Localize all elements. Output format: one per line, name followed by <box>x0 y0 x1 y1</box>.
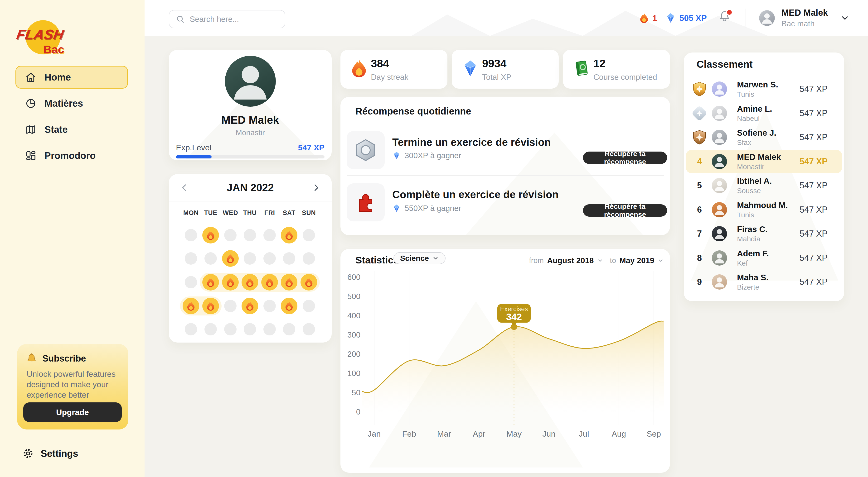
player-city: Tunis <box>737 211 800 219</box>
calendar-streak-day[interactable] <box>281 227 298 243</box>
streak-indicator[interactable]: 1 <box>639 0 657 36</box>
rank-number: 9 <box>688 277 710 287</box>
leaderboard-row[interactable]: Sofiene J.Sfax 547 XP <box>688 126 839 149</box>
leaderboard-row[interactable]: 6 Mahmoud M.Tunis 547 XP <box>688 198 839 221</box>
player-xp: 547 XP <box>800 205 828 215</box>
calendar-streak-day[interactable] <box>261 274 278 291</box>
svg-text:500: 500 <box>347 292 361 301</box>
sidebar-item-matieres[interactable]: Matières <box>16 92 128 115</box>
calendar-empty-day[interactable] <box>205 323 217 335</box>
fire-icon <box>284 277 294 287</box>
calendar-empty-day[interactable] <box>224 229 237 241</box>
avatar <box>712 106 727 121</box>
player-name: Amine L. <box>737 104 800 113</box>
grid-icon <box>25 150 36 161</box>
leaderboard-row[interactable]: Amine L.Nabeul 547 XP <box>688 102 839 125</box>
calendar-streak-day[interactable] <box>281 274 298 291</box>
svg-text:Jun: Jun <box>542 429 556 438</box>
calendar-empty-day[interactable] <box>303 323 315 335</box>
calendar-streak-day[interactable] <box>183 298 199 314</box>
player-xp: 547 XP <box>800 277 828 287</box>
calendar-empty-day[interactable] <box>303 252 315 265</box>
fire-icon <box>350 59 368 77</box>
streak-count: 1 <box>652 13 657 23</box>
sidebar-item-state[interactable]: State <box>16 118 128 141</box>
avatar <box>712 154 727 169</box>
calendar-empty-day[interactable] <box>264 252 276 265</box>
calendar-empty-day[interactable] <box>185 276 197 288</box>
sidebar-item-promodoro[interactable]: Promodoro <box>16 144 128 167</box>
calendar-empty-day[interactable] <box>244 252 256 265</box>
sidebar-item-settings[interactable]: Settings <box>23 448 78 459</box>
gem-icon <box>665 12 676 24</box>
svg-text:Apr: Apr <box>473 429 486 438</box>
calendar-empty-day[interactable] <box>244 323 256 335</box>
svg-text:300: 300 <box>347 331 361 339</box>
calendar-streak-day[interactable] <box>202 298 219 314</box>
calendar-streak-day[interactable] <box>281 298 298 314</box>
leaderboard-row[interactable]: 7 Firas C.Mahdia 547 XP <box>688 223 839 245</box>
pie-chart-icon <box>25 98 36 109</box>
leaderboard-card: Classement Marwen S.Tunis 547 XP Amine L… <box>684 53 844 301</box>
topbar-divider <box>746 8 746 28</box>
reward-xp-line: 300XP à gagner <box>392 151 461 160</box>
search-input[interactable] <box>190 15 278 24</box>
svg-text:600: 600 <box>347 273 361 281</box>
calendar-empty-day[interactable] <box>205 252 217 265</box>
claim-reward-button[interactable]: Récupère ta récompense <box>583 204 667 217</box>
statistics-card: Statistics Science from August 2018 to M… <box>340 249 670 473</box>
player-xp: 547 XP <box>800 108 828 118</box>
person-icon <box>712 226 727 241</box>
calendar-streak-day[interactable] <box>242 298 258 314</box>
calendar-empty-day[interactable] <box>303 300 315 312</box>
sidebar-item-home[interactable]: Home <box>16 66 128 89</box>
calendar-empty-day[interactable] <box>283 252 295 265</box>
person-icon <box>712 202 727 217</box>
sidebar-item-label: Home <box>44 72 71 83</box>
calendar-empty-day[interactable] <box>185 229 197 241</box>
stat-value: 9934 <box>482 57 506 70</box>
player-name: Marwen S. <box>737 80 800 89</box>
calendar-empty-day[interactable] <box>264 323 276 335</box>
notifications-button[interactable] <box>718 9 732 25</box>
calendar-empty-day[interactable] <box>185 252 197 265</box>
claim-reward-button[interactable]: Récupère ta récompense <box>583 151 667 164</box>
calendar-empty-day[interactable] <box>303 229 315 241</box>
calendar-empty-day[interactable] <box>264 229 276 241</box>
avatar <box>712 81 727 97</box>
xp-indicator[interactable]: 505 XP <box>665 0 707 36</box>
app-logo[interactable]: FLASH Bac <box>17 20 88 65</box>
calendar-streak-day[interactable] <box>202 227 219 243</box>
leaderboard-row[interactable]: Marwen S.Tunis 547 XP <box>688 78 839 101</box>
svg-text:Aug: Aug <box>612 429 626 438</box>
calendar-empty-day[interactable] <box>224 323 237 335</box>
leaderboard-row[interactable]: 9 Maha S.Bizerte 547 XP <box>688 271 839 294</box>
leaderboard-row[interactable]: 5 Ibtihel A.Sousse 547 XP <box>688 174 839 197</box>
user-menu[interactable]: MED Malek Bac math <box>759 0 850 36</box>
person-icon <box>712 178 727 193</box>
leaderboard-row[interactable]: 8 Adem F.Kef 547 XP <box>688 246 839 269</box>
calendar-streak-day[interactable] <box>301 274 317 291</box>
calendar-empty-day[interactable] <box>185 323 197 335</box>
calendar-streak-day[interactable] <box>202 274 219 291</box>
player-xp: 547 XP <box>800 253 828 263</box>
upgrade-button[interactable]: Upgrade <box>23 402 122 422</box>
leaderboard-row-current-user[interactable]: 4 MED MalekMonastir 547 XP <box>688 150 839 173</box>
sidebar-item-label: State <box>44 124 68 135</box>
calendar-empty-day[interactable] <box>264 300 276 312</box>
search-bar[interactable] <box>169 10 285 28</box>
player-city: Sfax <box>737 138 800 146</box>
gold-medal-icon <box>692 82 706 97</box>
calendar-empty-day[interactable] <box>224 300 237 312</box>
calendar-empty-day[interactable] <box>244 229 256 241</box>
fire-icon <box>265 277 274 287</box>
player-city: Nabeul <box>737 114 800 123</box>
avatar <box>712 274 727 289</box>
calendar-streak-day[interactable] <box>222 274 239 291</box>
reward-icon-tile <box>347 131 385 169</box>
chevron-down-icon[interactable] <box>840 13 850 23</box>
calendar-streak-day[interactable] <box>222 250 239 267</box>
calendar-empty-day[interactable] <box>283 323 295 335</box>
sidebar-item-label: Promodoro <box>44 150 96 161</box>
calendar-streak-day[interactable] <box>242 274 258 291</box>
